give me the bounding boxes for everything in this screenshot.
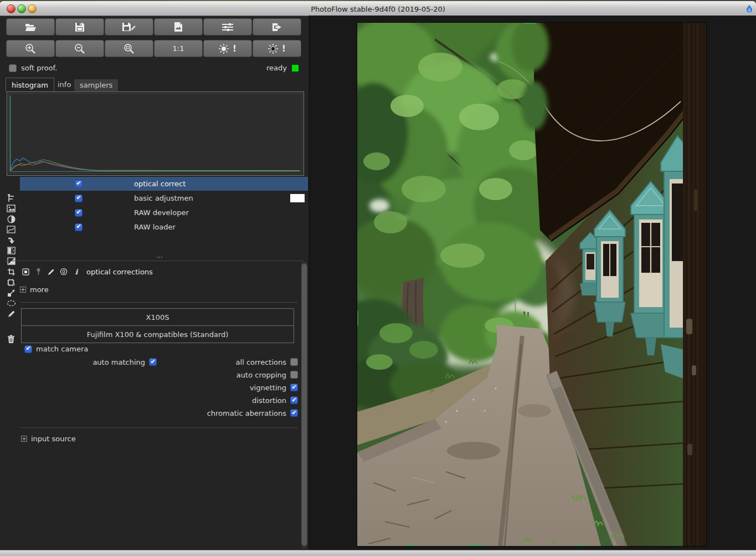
window-title: PhotoFlow stable-9d4f0 (2019-05-20): [0, 5, 756, 13]
ready-label: ready: [266, 64, 287, 72]
section-divider: [20, 427, 298, 428]
pin-icon[interactable]: [34, 267, 43, 276]
info-icon[interactable]: i: [72, 267, 81, 276]
pane-divider: [4, 261, 304, 261]
layer-visible-checkbox[interactable]: [75, 195, 83, 202]
edit-icon[interactable]: [47, 267, 55, 276]
layer-visible-checkbox[interactable]: [75, 223, 83, 231]
tool-curves-icon[interactable]: [6, 225, 17, 234]
all-corrections-label: all corrections: [236, 358, 286, 366]
zoom-fit-icon: [124, 43, 135, 54]
tool-image-icon[interactable]: [6, 203, 17, 213]
app-drop-icon: [746, 4, 753, 13]
pane-drag-handle[interactable]: [157, 257, 162, 258]
tool-panel-scrollbar[interactable]: [300, 262, 307, 548]
zoom-100-button[interactable]: 1:1: [154, 40, 203, 57]
input-source-expander[interactable]: + input source: [21, 435, 76, 443]
zoom-in-button[interactable]: [6, 40, 55, 57]
camera-model-button[interactable]: X100S: [22, 309, 294, 325]
match-camera-checkbox[interactable]: [24, 345, 32, 353]
tool-contrast-icon[interactable]: [6, 214, 17, 224]
layer-row-basic-adjustments[interactable]: basic adjustmen: [20, 191, 308, 205]
open-image-button[interactable]: [6, 18, 55, 35]
layer-visible-checkbox[interactable]: [75, 180, 83, 188]
lens-model-button[interactable]: Fujifilm X100 & compatibles (Standard): [22, 325, 294, 343]
svg-text:!: !: [233, 44, 236, 54]
all-corrections-row: all corrections: [20, 358, 298, 366]
tool-scale-icon[interactable]: [6, 288, 17, 298]
distortion-label: distortion: [252, 396, 286, 405]
tab-info-label: info: [58, 80, 71, 89]
more-label: more: [30, 285, 49, 294]
distortion-row: distortion: [20, 396, 298, 405]
delete-layer-trash-icon[interactable]: [6, 334, 17, 344]
tool-preview-toggle[interactable]: [21, 267, 30, 276]
tool-draw-icon[interactable]: [6, 309, 17, 319]
soft-proof-checkbox[interactable]: [9, 64, 17, 72]
save-as-button[interactable]: [105, 18, 153, 35]
layer-label: RAW developer: [134, 208, 189, 217]
layer-row-raw-loader[interactable]: RAW loader: [20, 220, 308, 234]
tool-perspective-icon[interactable]: [6, 277, 17, 287]
svg-text:!: !: [282, 44, 286, 54]
vignetting-label: vignetting: [250, 384, 286, 392]
zoom-in-icon: [25, 43, 36, 54]
distortion-checkbox[interactable]: [290, 396, 298, 404]
tool-header: i optical corrections: [21, 267, 153, 276]
histogram-panel: [7, 91, 304, 176]
export-arrow-icon: [271, 22, 282, 32]
layer-preview-swatch: [290, 194, 305, 202]
match-camera-label: match camera: [36, 345, 88, 353]
tool-tree-icon[interactable]: [6, 193, 17, 203]
tool-gradient-icon[interactable]: [6, 256, 17, 266]
layer-row-raw-developer[interactable]: RAW developer: [20, 206, 308, 220]
save-floppy-icon: [75, 22, 85, 32]
chromatic-aberrations-label: chromatic aberrations: [207, 409, 286, 417]
camera-model-label: X100S: [146, 313, 169, 322]
chromatic-aberrations-row: chromatic aberrations: [20, 409, 298, 417]
auto-cropping-checkbox[interactable]: [290, 371, 298, 379]
tool-crop-icon[interactable]: [6, 267, 17, 277]
settings-button[interactable]: [203, 18, 252, 35]
save-as-icon: [122, 22, 136, 32]
shadows-warning-button[interactable]: !: [253, 40, 301, 57]
match-camera-row: match camera: [24, 345, 88, 353]
auto-cropping-label: auto cropping: [236, 371, 286, 379]
shadows-warning-icon: !: [268, 43, 286, 54]
tab-info[interactable]: info: [52, 78, 76, 91]
ready-indicator: [292, 65, 299, 72]
zoom-fit-button[interactable]: [105, 40, 153, 57]
chromatic-aberrations-checkbox[interactable]: [290, 409, 298, 417]
export-button[interactable]: [253, 18, 301, 35]
all-corrections-checkbox[interactable]: [290, 358, 298, 366]
vignetting-checkbox[interactable]: [290, 384, 298, 391]
photo-rendering: [357, 23, 706, 546]
open-folder-icon: [24, 22, 37, 32]
photoflow-window: PhotoFlow stable-9d4f0 (2019-05-20): [0, 0, 756, 556]
highlights-warning-button[interactable]: !: [203, 40, 252, 57]
layer-visible-checkbox[interactable]: [75, 209, 83, 217]
zoom-out-icon: [74, 43, 85, 54]
export-image-button[interactable]: [154, 18, 203, 35]
lens-model-label: Fujifilm X100 & compatibles (Standard): [87, 330, 229, 339]
vignetting-row: vignetting: [20, 383, 298, 392]
layer-label: optical correct: [134, 180, 186, 188]
more-expander[interactable]: + more: [20, 285, 49, 294]
camera-lens-fields: X100S Fujifilm X100 & compatibles (Stand…: [21, 308, 294, 343]
tool-ellipse-icon[interactable]: [6, 298, 17, 308]
tool-halftone-icon[interactable]: [6, 246, 17, 256]
zoom-100-label: 1:1: [173, 44, 184, 53]
reset-icon[interactable]: [59, 267, 68, 276]
auto-cropping-row: auto cropping: [20, 370, 298, 379]
tool-fill-arrow-icon[interactable]: [6, 235, 17, 245]
zoom-out-button[interactable]: [55, 40, 104, 57]
save-button[interactable]: [55, 18, 104, 35]
tab-samplers[interactable]: samplers: [74, 79, 118, 91]
histogram-canvas: [8, 93, 302, 174]
scrollbar-thumb[interactable]: [301, 263, 307, 546]
tab-histogram[interactable]: histogram: [6, 78, 54, 91]
layer-label: RAW loader: [134, 223, 176, 231]
bottom-scrollbar[interactable]: [0, 550, 756, 556]
layer-row-optical-correct[interactable]: optical correct: [20, 177, 308, 191]
photo-canvas[interactable]: [357, 23, 706, 546]
